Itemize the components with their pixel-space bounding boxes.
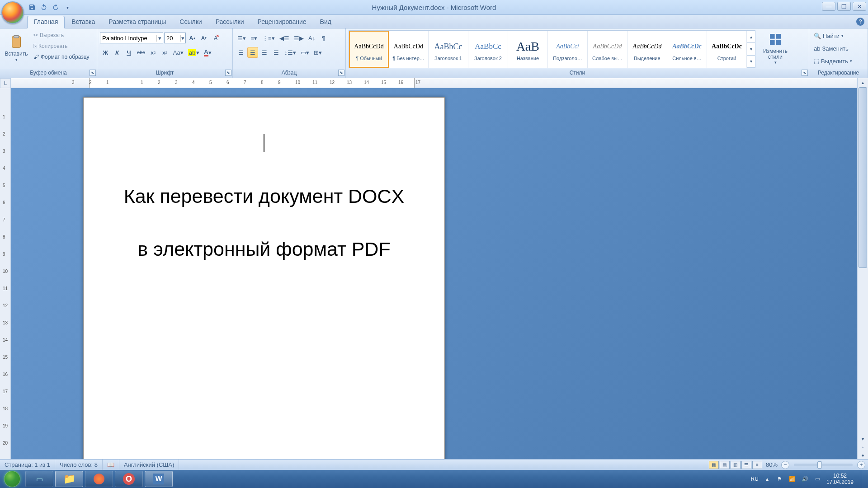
status-page[interactable]: Страница: 1 из 1 — [0, 460, 55, 470]
scroll-up[interactable]: ▴ — [858, 78, 868, 86]
shrink-font-button[interactable]: A▾ — [198, 33, 209, 43]
tray-clock[interactable]: 10:52 17.04.2019 — [826, 473, 856, 486]
clear-format-button[interactable]: A✖ — [210, 33, 221, 43]
copy-button[interactable]: ⎘Копировать — [32, 41, 91, 51]
style-title[interactable]: АаВНазвание — [508, 31, 548, 68]
view-full-screen[interactable]: ▤ — [720, 461, 730, 469]
tab-home[interactable]: Главная — [27, 16, 65, 28]
view-draft[interactable]: ≡ — [752, 461, 762, 469]
styles-scroll-up[interactable]: ▴ — [747, 31, 755, 43]
sort-button[interactable]: A↓ — [307, 33, 317, 43]
help-button[interactable]: ? — [856, 18, 864, 26]
document-text-line2[interactable]: в электронный формат PDF — [106, 232, 422, 267]
maximize-button[interactable]: ❐ — [837, 2, 851, 11]
tab-view[interactable]: Вид — [313, 16, 338, 28]
decrease-indent-button[interactable]: ◀☰ — [278, 33, 291, 43]
qat-save[interactable] — [27, 2, 37, 12]
styles-scroll-down[interactable]: ▾ — [747, 43, 755, 55]
style-emphasis[interactable]: AaBbCcDdВыделение — [627, 31, 667, 68]
change-case-button[interactable]: Aa▾ — [171, 47, 185, 58]
find-button[interactable]: 🔍Найти▾ — [812, 30, 854, 41]
style-no-spacing[interactable]: AaBbCcDd¶ Без интер… — [389, 31, 429, 68]
styles-gallery[interactable]: AaBbCcDd¶ Обычный AaBbCcDd¶ Без интер… A… — [349, 30, 755, 68]
tray-language[interactable]: RU — [751, 476, 759, 482]
format-painter-button[interactable]: 🖌Формат по образцу — [32, 52, 91, 62]
numbering-button[interactable]: ≡▾ — [249, 33, 259, 43]
font-size-combo[interactable]: ▾ — [164, 33, 186, 43]
status-words[interactable]: Число слов: 8 — [55, 460, 103, 470]
zoom-out-button[interactable]: − — [781, 461, 789, 469]
bullets-button[interactable]: ☰▾ — [236, 33, 248, 43]
tab-mailings[interactable]: Рассылки — [209, 16, 251, 28]
increase-indent-button[interactable]: ☰▶ — [292, 33, 306, 43]
office-button[interactable] — [1, 1, 24, 24]
qat-customize[interactable]: ▾ — [62, 2, 72, 12]
vertical-ruler[interactable]: 1234567891011121314151617181920 — [0, 88, 11, 467]
qat-undo[interactable] — [39, 2, 49, 12]
browse-object[interactable]: ● — [858, 451, 868, 459]
underline-button[interactable]: Ч — [123, 47, 134, 58]
taskbar-explorer[interactable]: 📁 — [55, 471, 83, 487]
tab-page-layout[interactable]: Разметка страницы — [102, 16, 173, 28]
font-name-combo[interactable]: ▾ — [100, 33, 163, 43]
taskbar-desktop[interactable]: ▭ — [25, 471, 53, 487]
show-marks-button[interactable]: ¶ — [318, 33, 329, 43]
justify-button[interactable]: ☰ — [271, 47, 282, 58]
replace-button[interactable]: abЗаменить — [812, 43, 854, 54]
font-launcher[interactable]: ⬊ — [225, 70, 231, 76]
taskbar-word[interactable]: W — [145, 471, 173, 487]
tab-selector[interactable]: L — [0, 78, 11, 88]
styles-launcher[interactable]: ⬊ — [802, 70, 808, 76]
status-proof[interactable]: 📖 — [103, 460, 119, 470]
shading-button[interactable]: ▭▾ — [299, 47, 311, 58]
style-heading2[interactable]: AaBbCcЗаголовок 2 — [468, 31, 508, 68]
highlight-button[interactable]: ab▾ — [186, 47, 201, 58]
clipboard-launcher[interactable]: ⬊ — [90, 70, 96, 76]
zoom-in-button[interactable]: + — [857, 461, 865, 469]
tray-flag-icon[interactable]: ⚑ — [776, 475, 784, 483]
tab-review[interactable]: Рецензирование — [251, 16, 313, 28]
multilevel-button[interactable]: ⋮≡▾ — [260, 33, 277, 43]
taskbar-app1[interactable] — [85, 471, 113, 487]
style-intense-emphasis[interactable]: AaBbCcDcСильное в… — [667, 31, 707, 68]
cut-button[interactable]: ✂Вырезать — [32, 30, 91, 40]
align-left-button[interactable]: ☰ — [236, 47, 246, 58]
select-button[interactable]: ⬚Выделить▾ — [812, 56, 854, 66]
font-color-button[interactable]: A▾ — [202, 47, 213, 58]
superscript-button[interactable]: x2 — [160, 47, 170, 58]
strike-button[interactable]: abc — [135, 47, 147, 58]
view-outline[interactable]: ☰ — [741, 461, 751, 469]
paragraph-launcher[interactable]: ⬊ — [338, 70, 344, 76]
tray-volume-icon[interactable]: 🔊 — [801, 475, 809, 483]
page[interactable]: Как перевести документ DOCX в электронны… — [83, 97, 445, 467]
zoom-slider-thumb[interactable] — [817, 461, 822, 469]
view-web[interactable]: ▥ — [731, 461, 741, 469]
start-button[interactable] — [0, 470, 24, 488]
change-styles-button[interactable]: Изменить стили ▾ — [758, 30, 793, 66]
tray-network-icon[interactable]: 📶 — [788, 475, 797, 483]
tab-insert[interactable]: Вставка — [65, 16, 102, 28]
style-heading1[interactable]: AaBbCcЗаголовок 1 — [429, 31, 468, 68]
zoom-level[interactable]: 80% — [766, 461, 778, 468]
subscript-button[interactable]: x2 — [148, 47, 159, 58]
scroll-thumb[interactable] — [859, 87, 867, 268]
align-right-button[interactable]: ☰ — [259, 47, 270, 58]
prev-page[interactable]: ◦ — [858, 443, 868, 451]
bold-button[interactable]: Ж — [100, 47, 111, 58]
qat-redo[interactable] — [51, 2, 61, 12]
paste-button[interactable]: Вставить ▾ — [3, 30, 30, 66]
status-language[interactable]: Английский (США) — [119, 460, 179, 470]
minimize-button[interactable]: — — [822, 2, 835, 11]
style-subtitle[interactable]: AaBbCciПодзаголо… — [548, 31, 588, 68]
tab-references[interactable]: Ссылки — [173, 16, 208, 28]
document-text-line1[interactable]: Как перевести документ DOCX — [106, 179, 422, 214]
tray-show-hidden[interactable]: ▴ — [763, 475, 771, 483]
close-button[interactable]: ✕ — [853, 2, 866, 11]
show-desktop-button[interactable] — [861, 470, 866, 488]
italic-button[interactable]: К — [112, 47, 123, 58]
document-canvas[interactable]: Как перевести документ DOCX в электронны… — [11, 88, 857, 467]
align-center-button[interactable]: ☰ — [247, 47, 258, 58]
view-print-layout[interactable]: ▦ — [709, 461, 719, 469]
taskbar-opera[interactable]: O — [115, 471, 143, 487]
styles-expand[interactable]: ▾ — [747, 56, 755, 68]
